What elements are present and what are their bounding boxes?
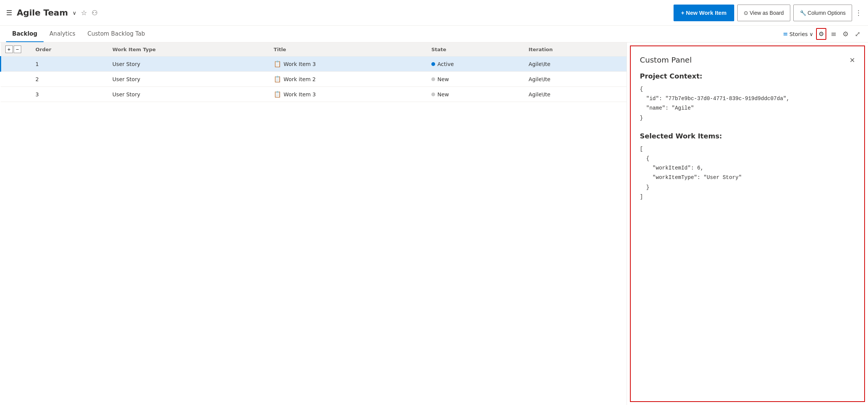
row-type: User Story: [108, 87, 269, 102]
tabs-row: Backlog Analytics Custom Backlog Tab ≡ S…: [0, 26, 868, 42]
header-right: + New Work Item ⊙ View as Board 🔧 Column…: [674, 5, 862, 21]
row-order: 3: [31, 87, 108, 102]
state-indicator: [431, 77, 435, 81]
col-iteration: Iteration: [524, 42, 627, 57]
col-add-remove: + −: [1, 42, 31, 57]
custom-panel: Custom Panel ✕ Project Context: { "id": …: [630, 46, 865, 402]
row-checkbox-cell: [1, 57, 31, 72]
stories-filter[interactable]: ≡ Stories ∨: [783, 30, 813, 38]
tab-custom-backlog[interactable]: Custom Backlog Tab: [81, 26, 151, 42]
row-checkbox-cell: [1, 87, 31, 102]
remove-row-button[interactable]: −: [14, 46, 21, 53]
settings-icon[interactable]: ⚙: [841, 28, 850, 39]
title-text: Work Item 3: [284, 91, 316, 97]
view-as-board-button[interactable]: ⊙ View as Board: [737, 5, 790, 21]
tab-backlog[interactable]: Backlog: [6, 26, 44, 42]
row-order: 1: [31, 57, 108, 72]
expand-icon[interactable]: ⤢: [853, 28, 862, 39]
work-item-icon: 📋: [274, 75, 281, 83]
chevron-down-icon[interactable]: ∨: [72, 10, 76, 16]
new-work-item-button[interactable]: + New Work Item: [674, 5, 734, 21]
row-checkbox-cell: [1, 72, 31, 87]
group-by-icon[interactable]: ≡: [829, 28, 838, 39]
app-header: ☰ Agile Team ∨ ☆ ⚇ + New Work Item ⊙ Vie…: [0, 0, 868, 26]
main-content: + − Order Work Item Type Title State Ite…: [0, 42, 868, 405]
close-icon[interactable]: ✕: [849, 56, 855, 64]
team-name: Agile Team: [17, 8, 68, 17]
row-title: 📋 Work Item 3: [269, 57, 427, 72]
row-title: 📋 Work Item 3: [269, 87, 427, 102]
title-text: Work item 2: [284, 76, 316, 82]
col-order: Order: [31, 42, 108, 57]
state-indicator: [431, 62, 435, 66]
selected-work-items-code: [ { "workItemId": 6, "workItemType": "Us…: [640, 144, 855, 202]
backlog-area: + − Order Work Item Type Title State Ite…: [0, 42, 627, 405]
state-text: New: [437, 76, 449, 82]
col-state: State: [427, 42, 524, 57]
table-row[interactable]: 2 User Story 📋 Work item 2 New: [1, 72, 627, 87]
row-title: 📋 Work item 2: [269, 72, 427, 87]
row-state: New: [427, 87, 524, 102]
table-row[interactable]: 1 User Story 📋 Work Item 3 Active: [1, 57, 627, 72]
more-options-icon[interactable]: ⋮: [855, 9, 862, 17]
tab-analytics[interactable]: Analytics: [44, 26, 81, 42]
filter-lines-icon: ≡: [783, 30, 788, 38]
project-context-code: { "id": "77b7e9bc-37d0-4771-839c-919d9dd…: [640, 85, 855, 123]
row-iteration: Agile\Ite: [524, 87, 627, 102]
state-indicator: [431, 93, 435, 96]
stories-chevron-icon: ∨: [809, 31, 813, 37]
row-type: User Story: [108, 57, 269, 72]
state-text: Active: [437, 61, 454, 67]
star-icon[interactable]: ☆: [81, 9, 87, 17]
vertical-divider: [627, 42, 627, 405]
work-item-icon: 📋: [274, 60, 281, 68]
column-options-button[interactable]: 🔧 Column Options: [793, 5, 852, 21]
stories-label: Stories: [790, 31, 808, 37]
col-title: Title: [269, 42, 427, 57]
filter-settings-icon[interactable]: ⚙: [816, 28, 826, 40]
tabs-right: ≡ Stories ∨ ⚙ ≡ ⚙ ⤢: [783, 28, 862, 42]
table-row[interactable]: 3 User Story 📋 Work Item 3 New: [1, 87, 627, 102]
hamburger-icon[interactable]: ☰: [6, 9, 12, 17]
state-text: New: [437, 91, 449, 97]
table-header-row: + − Order Work Item Type Title State Ite…: [1, 42, 627, 57]
row-order: 2: [31, 72, 108, 87]
people-icon[interactable]: ⚇: [92, 9, 98, 17]
col-work-item-type: Work Item Type: [108, 42, 269, 57]
row-state: New: [427, 72, 524, 87]
panel-title: Custom Panel: [640, 55, 692, 64]
add-row-button[interactable]: +: [5, 46, 13, 53]
selected-work-items-title: Selected Work Items:: [640, 132, 855, 140]
row-iteration: Agile\Ite: [524, 57, 627, 72]
project-context-title: Project Context:: [640, 72, 855, 80]
work-item-icon: 📋: [274, 91, 281, 98]
row-state: Active: [427, 57, 524, 72]
panel-header: Custom Panel ✕: [640, 55, 855, 64]
header-left: ☰ Agile Team ∨ ☆ ⚇: [6, 8, 98, 17]
row-iteration: Agile\Ite: [524, 72, 627, 87]
row-type: User Story: [108, 72, 269, 87]
backlog-table: + − Order Work Item Type Title State Ite…: [0, 42, 627, 102]
tabs-left: Backlog Analytics Custom Backlog Tab: [6, 26, 151, 42]
title-text: Work Item 3: [284, 61, 316, 67]
